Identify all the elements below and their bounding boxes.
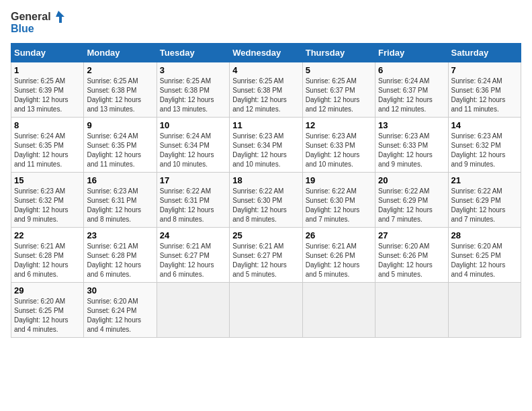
day-number: 30: [87, 285, 153, 295]
page-header: General Blue: [11, 11, 521, 35]
logo-text: General Blue: [11, 11, 64, 35]
calendar-cell: 18 Sunrise: 6:22 AMSunset: 6:30 PMDaylig…: [230, 173, 302, 228]
day-info: Sunrise: 6:24 AMSunset: 6:37 PMDaylight:…: [378, 77, 433, 113]
day-number: 8: [14, 120, 81, 130]
day-info: Sunrise: 6:24 AMSunset: 6:36 PMDaylight:…: [451, 77, 506, 113]
day-info: Sunrise: 6:25 AMSunset: 6:37 PMDaylight:…: [306, 77, 360, 113]
day-number: 20: [378, 175, 445, 185]
day-number: 13: [378, 120, 445, 130]
day-number: 9: [87, 120, 153, 130]
day-number: 21: [451, 175, 518, 185]
calendar-cell: 24 Sunrise: 6:21 AMSunset: 6:27 PMDaylig…: [157, 228, 229, 283]
weekday-header: Friday: [375, 44, 448, 62]
calendar-cell: [157, 283, 229, 338]
day-number: 23: [87, 230, 153, 240]
calendar-cell: 16 Sunrise: 6:23 AMSunset: 6:31 PMDaylig…: [84, 173, 157, 228]
day-number: 7: [451, 65, 518, 75]
day-info: Sunrise: 6:25 AMSunset: 6:38 PMDaylight:…: [232, 77, 287, 113]
day-info: Sunrise: 6:23 AMSunset: 6:33 PMDaylight:…: [306, 132, 360, 168]
calendar-cell: 7 Sunrise: 6:24 AMSunset: 6:36 PMDayligh…: [448, 62, 521, 118]
calendar-cell: 10 Sunrise: 6:24 AMSunset: 6:34 PMDaylig…: [157, 118, 229, 173]
calendar-cell: 12 Sunrise: 6:23 AMSunset: 6:33 PMDaylig…: [302, 118, 375, 173]
day-info: Sunrise: 6:23 AMSunset: 6:31 PMDaylight:…: [87, 187, 141, 223]
day-info: Sunrise: 6:21 AMSunset: 6:28 PMDaylight:…: [14, 242, 69, 278]
day-info: Sunrise: 6:20 AMSunset: 6:25 PMDaylight:…: [451, 242, 506, 278]
day-info: Sunrise: 6:24 AMSunset: 6:35 PMDaylight:…: [14, 132, 69, 168]
calendar-cell: [375, 283, 448, 338]
day-number: 22: [14, 230, 81, 240]
day-info: Sunrise: 6:24 AMSunset: 6:35 PMDaylight:…: [87, 132, 141, 168]
calendar-table: SundayMondayTuesdayWednesdayThursdayFrid…: [11, 43, 521, 338]
calendar-cell: 26 Sunrise: 6:21 AMSunset: 6:26 PMDaylig…: [302, 228, 375, 283]
calendar-cell: [448, 283, 521, 338]
day-info: Sunrise: 6:22 AMSunset: 6:30 PMDaylight:…: [306, 187, 360, 223]
calendar-cell: 14 Sunrise: 6:23 AMSunset: 6:32 PMDaylig…: [448, 118, 521, 173]
calendar-cell: 6 Sunrise: 6:24 AMSunset: 6:37 PMDayligh…: [375, 62, 448, 118]
calendar-cell: 21 Sunrise: 6:22 AMSunset: 6:29 PMDaylig…: [448, 173, 521, 228]
calendar-cell: 13 Sunrise: 6:23 AMSunset: 6:33 PMDaylig…: [375, 118, 448, 173]
calendar-cell: 27 Sunrise: 6:20 AMSunset: 6:26 PMDaylig…: [375, 228, 448, 283]
weekday-header: Saturday: [448, 44, 521, 62]
day-number: 25: [232, 230, 299, 240]
day-info: Sunrise: 6:23 AMSunset: 6:32 PMDaylight:…: [451, 132, 506, 168]
weekday-header: Thursday: [302, 44, 375, 62]
calendar-week-row: 29 Sunrise: 6:20 AMSunset: 6:25 PMDaylig…: [11, 283, 521, 338]
svg-marker-0: [56, 11, 64, 23]
calendar-cell: 19 Sunrise: 6:22 AMSunset: 6:30 PMDaylig…: [302, 173, 375, 228]
calendar-week-row: 1 Sunrise: 6:25 AMSunset: 6:39 PMDayligh…: [11, 62, 521, 118]
day-number: 28: [451, 230, 518, 240]
calendar-cell: 8 Sunrise: 6:24 AMSunset: 6:35 PMDayligh…: [11, 118, 84, 173]
calendar-cell: 20 Sunrise: 6:22 AMSunset: 6:29 PMDaylig…: [375, 173, 448, 228]
day-number: 17: [160, 175, 226, 185]
day-info: Sunrise: 6:24 AMSunset: 6:34 PMDaylight:…: [160, 132, 214, 168]
weekday-header: Wednesday: [230, 44, 302, 62]
day-info: Sunrise: 6:21 AMSunset: 6:27 PMDaylight:…: [232, 242, 287, 278]
calendar-cell: 22 Sunrise: 6:21 AMSunset: 6:28 PMDaylig…: [11, 228, 84, 283]
calendar-cell: 1 Sunrise: 6:25 AMSunset: 6:39 PMDayligh…: [11, 62, 84, 118]
day-number: 14: [451, 120, 518, 130]
calendar-cell: 3 Sunrise: 6:25 AMSunset: 6:38 PMDayligh…: [157, 62, 229, 118]
calendar-cell: 29 Sunrise: 6:20 AMSunset: 6:25 PMDaylig…: [11, 283, 84, 338]
day-info: Sunrise: 6:25 AMSunset: 6:38 PMDaylight:…: [87, 77, 141, 113]
day-info: Sunrise: 6:22 AMSunset: 6:29 PMDaylight:…: [451, 187, 506, 223]
calendar-cell: 30 Sunrise: 6:20 AMSunset: 6:24 PMDaylig…: [84, 283, 157, 338]
day-info: Sunrise: 6:21 AMSunset: 6:26 PMDaylight:…: [306, 242, 360, 278]
day-number: 6: [378, 65, 445, 75]
calendar-week-row: 15 Sunrise: 6:23 AMSunset: 6:32 PMDaylig…: [11, 173, 521, 228]
day-number: 29: [14, 285, 81, 295]
calendar-cell: [302, 283, 375, 338]
calendar-cell: 5 Sunrise: 6:25 AMSunset: 6:37 PMDayligh…: [302, 62, 375, 118]
day-number: 10: [160, 120, 226, 130]
day-number: 18: [232, 175, 299, 185]
calendar-cell: 23 Sunrise: 6:21 AMSunset: 6:28 PMDaylig…: [84, 228, 157, 283]
day-info: Sunrise: 6:23 AMSunset: 6:33 PMDaylight:…: [378, 132, 433, 168]
day-info: Sunrise: 6:25 AMSunset: 6:38 PMDaylight:…: [160, 77, 214, 113]
calendar-cell: 28 Sunrise: 6:20 AMSunset: 6:25 PMDaylig…: [448, 228, 521, 283]
day-number: 11: [232, 120, 299, 130]
calendar-cell: 9 Sunrise: 6:24 AMSunset: 6:35 PMDayligh…: [84, 118, 157, 173]
calendar-cell: 2 Sunrise: 6:25 AMSunset: 6:38 PMDayligh…: [84, 62, 157, 118]
calendar-header: SundayMondayTuesdayWednesdayThursdayFrid…: [11, 44, 521, 62]
day-number: 19: [306, 175, 372, 185]
day-info: Sunrise: 6:20 AMSunset: 6:26 PMDaylight:…: [378, 242, 433, 278]
calendar-cell: [230, 283, 302, 338]
day-number: 15: [14, 175, 81, 185]
day-number: 2: [87, 65, 153, 75]
day-number: 24: [160, 230, 226, 240]
weekday-header: Tuesday: [157, 44, 229, 62]
logo: General Blue: [11, 11, 64, 35]
day-number: 1: [14, 65, 81, 75]
day-info: Sunrise: 6:21 AMSunset: 6:28 PMDaylight:…: [87, 242, 141, 278]
day-info: Sunrise: 6:22 AMSunset: 6:31 PMDaylight:…: [160, 187, 214, 223]
day-info: Sunrise: 6:22 AMSunset: 6:30 PMDaylight:…: [232, 187, 287, 223]
day-info: Sunrise: 6:21 AMSunset: 6:27 PMDaylight:…: [160, 242, 214, 278]
day-info: Sunrise: 6:20 AMSunset: 6:25 PMDaylight:…: [14, 298, 69, 333]
day-number: 16: [87, 175, 153, 185]
calendar-cell: 4 Sunrise: 6:25 AMSunset: 6:38 PMDayligh…: [230, 62, 302, 118]
calendar-cell: 11 Sunrise: 6:23 AMSunset: 6:34 PMDaylig…: [230, 118, 302, 173]
day-number: 12: [306, 120, 372, 130]
calendar-cell: 15 Sunrise: 6:23 AMSunset: 6:32 PMDaylig…: [11, 173, 84, 228]
calendar-cell: 17 Sunrise: 6:22 AMSunset: 6:31 PMDaylig…: [157, 173, 229, 228]
day-info: Sunrise: 6:23 AMSunset: 6:34 PMDaylight:…: [232, 132, 287, 168]
day-info: Sunrise: 6:25 AMSunset: 6:39 PMDaylight:…: [14, 77, 69, 113]
